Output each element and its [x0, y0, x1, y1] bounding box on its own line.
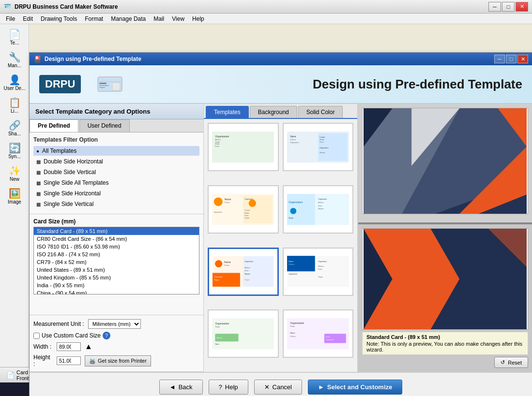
drpu-logo: DRPU	[39, 75, 81, 93]
card-size-us[interactable]: United States - (89 x 51 mm)	[34, 266, 199, 274]
menu-manage-data[interactable]: Manage Data	[107, 15, 150, 23]
svg-text:Contact No.: Contact No.	[326, 339, 334, 341]
maximize-button[interactable]: □	[502, 2, 515, 12]
sidebar-item-sync[interactable]: 🔄 Syn...	[1, 140, 28, 161]
help-button[interactable]: ? Help	[209, 380, 248, 395]
dialog-header-title: Design using Pre-defined Template	[313, 77, 522, 92]
svg-text:Slogan: Slogan	[215, 141, 220, 143]
help-icon[interactable]: ?	[103, 332, 110, 339]
menu-format[interactable]: Format	[81, 15, 107, 23]
custom-size-label: Use Custom Card Size	[42, 332, 101, 339]
preview-top	[358, 104, 532, 222]
svg-text:Email: Email	[244, 214, 248, 216]
sidebar-label-syn: Syn...	[8, 154, 21, 159]
sidebar-label-user: User De...	[3, 86, 25, 91]
menu-view[interactable]: View	[168, 15, 188, 23]
card-size-standard[interactable]: Standard Card - (89 x 51 mm)	[34, 227, 199, 235]
filter-single-h[interactable]: ▦ Single Side Horizontal	[33, 189, 199, 198]
back-label: Back	[179, 383, 193, 391]
card-size-cr80[interactable]: CR80 Credit Card Size - (86 x 54 mm)	[34, 235, 199, 243]
svg-text:Organization: Organization	[244, 261, 253, 263]
tab-background[interactable]: Background	[250, 106, 297, 118]
svg-point-47	[215, 260, 222, 267]
tab-templates[interactable]: Templates	[206, 106, 249, 118]
sidebar-item-new[interactable]: ✨ New	[1, 162, 28, 184]
back-button[interactable]: ◄ Back	[159, 380, 203, 395]
menu-mail[interactable]: Mail	[150, 15, 168, 23]
card-size-list[interactable]: Standard Card - (89 x 51 mm) CR80 Credit…	[33, 227, 199, 294]
reset-icon: ↺	[501, 359, 505, 366]
height-input[interactable]	[57, 356, 81, 365]
filter-icon-sa: ▦	[36, 180, 41, 186]
menu-help[interactable]: Help	[188, 15, 208, 23]
template-card-8[interactable]: Organization Slogan Name Position Email …	[283, 309, 354, 358]
width-row: Width : ▲	[33, 342, 199, 351]
filter-double-h[interactable]: ▦ Double Side Horizontal	[33, 157, 199, 166]
minimize-button[interactable]: ─	[488, 2, 501, 12]
sidebar-item-templates[interactable]: 📄 Te...	[1, 26, 28, 48]
filter-label-sa: Single Side All Templates	[44, 179, 109, 186]
sidebar-item-manage[interactable]: 🔧 Man...	[1, 49, 28, 71]
sidebar-item-image[interactable]: 🖼️ Image	[1, 185, 28, 207]
filter-icon-sh: ▦	[36, 191, 41, 196]
select-customize-button[interactable]: ► Select and Customize	[308, 380, 402, 395]
sidebar-item-share[interactable]: 🔗 Sha...	[1, 117, 28, 139]
sidebar-item-user-defined[interactable]: 👤 User De...	[1, 72, 28, 93]
svg-text:Email: Email	[326, 336, 330, 338]
filter-double-v[interactable]: ▦ Double Side Vertical	[33, 167, 199, 177]
svg-text:Organization: Organization	[244, 198, 253, 200]
card-size-india[interactable]: India - (90 x 55 mm)	[34, 281, 199, 289]
sidebar-label-man: Man...	[8, 63, 21, 68]
preview-bottom: Standard Card - (89 x 51 mm) Note: This …	[358, 222, 532, 372]
card-size-uk[interactable]: United Kingdom - (85 x 55 mm)	[34, 274, 199, 281]
filter-single-v[interactable]: ▦ Single Side Vertical	[33, 199, 199, 209]
title-bar: 🪪 DRPU Business Card Maker Software ─ □ …	[0, 0, 532, 14]
filter-single-all[interactable]: ▦ Single Side All Templates	[33, 178, 199, 188]
template-card-3[interactable]: Name Position Organization Organization …	[208, 185, 279, 234]
svg-point-40	[290, 208, 296, 214]
cancel-button[interactable]: ✕ Cancel	[254, 380, 302, 395]
card-size-iso7810[interactable]: ISO 7810 ID1 - (85.60 x 53.98 mm)	[34, 243, 199, 250]
tab-solid-color[interactable]: Solid Color	[298, 106, 343, 118]
card-size-cr79[interactable]: CR79 - (84 x 52 mm)	[34, 258, 199, 266]
svg-text:Mobile: Mobile	[215, 143, 220, 145]
sidebar-item-li[interactable]: 📋 Li...	[1, 94, 28, 116]
menu-drawing-tools[interactable]: Drawing Tools	[37, 15, 81, 23]
svg-text:Organization: Organization	[290, 322, 304, 324]
dialog-maximize-button[interactable]: □	[506, 55, 517, 63]
menu-edit[interactable]: Edit	[19, 15, 37, 23]
template-card-6[interactable]: Name Position Organization Organization …	[283, 248, 354, 296]
filter-label-dv: Double Side Vertical	[44, 169, 96, 176]
dialog: 🎴 Design using Pre-defined Template ─ □ …	[29, 52, 532, 396]
svg-text:Position: Position	[224, 264, 229, 266]
reset-label: Reset	[508, 360, 522, 366]
close-button[interactable]: ✕	[516, 2, 528, 12]
card-size-iso216[interactable]: ISO 216 A8 - (74 x 52 mm)	[34, 250, 199, 258]
cancel-icon: ✕	[264, 383, 270, 391]
template-card-4[interactable]: Organization Slogan Organization Address…	[283, 185, 354, 234]
template-card-7[interactable]: Organization Slogan Website Name	[208, 309, 279, 358]
svg-rect-5	[112, 83, 120, 90]
width-up-arrow[interactable]: ▲	[85, 342, 92, 351]
help-label: Help	[225, 383, 238, 391]
template-card-1[interactable]: Organization Address Slogan Mobile Email…	[208, 123, 279, 171]
width-input[interactable]	[57, 342, 81, 351]
template-card-5[interactable]: Name Position Organization Slogan Organi…	[208, 248, 279, 296]
svg-text:Organization: Organization	[214, 276, 223, 278]
tab-predefined[interactable]: Pre Defined	[30, 119, 78, 132]
measurement-select[interactable]: Milimeters (mm) Inches Centimeters	[88, 319, 141, 329]
custom-size-checkbox[interactable]	[33, 333, 40, 339]
tab-userdefined[interactable]: User Defined	[79, 119, 130, 132]
card-size-china[interactable]: China - (90 x 54 mm)	[34, 289, 199, 294]
dialog-title: Design using Pre-defined Template	[45, 56, 494, 62]
left-panel: Select Template Category and Options Pre…	[30, 104, 204, 372]
filter-title: Templates Filter Option	[33, 136, 199, 143]
filter-all-templates[interactable]: ● All Templates	[33, 146, 199, 156]
reset-button[interactable]: ↺ Reset	[494, 357, 528, 368]
get-size-button[interactable]: 🖨️ Get size from Printer	[85, 355, 151, 367]
template-card-2[interactable]: Name Position Organization Contact Mobil…	[283, 123, 354, 171]
dialog-minimize-button[interactable]: ─	[494, 55, 505, 63]
dialog-close-button[interactable]: ✕	[517, 55, 528, 63]
menu-file[interactable]: File	[2, 15, 19, 23]
filter-icon-sv: ▦	[36, 202, 41, 207]
